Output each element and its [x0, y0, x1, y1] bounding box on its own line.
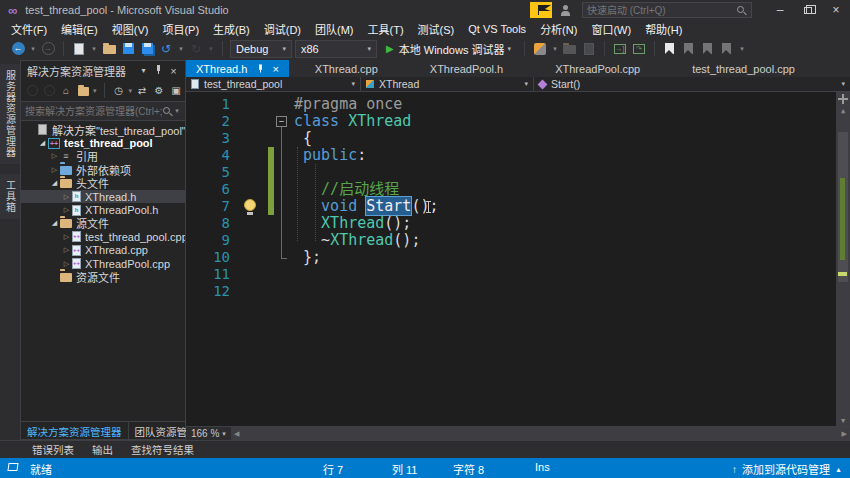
code-line-1[interactable]: 1#pragma once — [186, 96, 836, 113]
menu-item-12[interactable]: 帮助(H) — [638, 20, 689, 38]
panel-tab-0[interactable]: 解决方案资源管理器 — [21, 422, 129, 439]
scroll-up-icon[interactable]: ▲ — [841, 106, 845, 116]
project-dropdown[interactable]: test_thread_pool ▾ — [186, 77, 361, 91]
horizontal-scrollbar[interactable]: ◀ ▶ — [231, 427, 850, 440]
break-all-icon[interactable] — [562, 41, 578, 57]
code-line-12[interactable]: 12 — [186, 283, 836, 300]
tree-item[interactable]: ▷++XThread.cpp — [21, 244, 185, 257]
expanded-arrow-icon[interactable]: ◢ — [49, 179, 60, 187]
redo-dropdown-icon[interactable]: ▾ — [207, 45, 215, 53]
code-line-4[interactable]: 4 public: — [186, 147, 836, 164]
split-editor-handle-icon[interactable] — [838, 94, 848, 104]
undo-icon[interactable]: ↺ — [158, 41, 174, 57]
filter-dropdown-icon[interactable]: ▾ — [129, 87, 133, 95]
member-dropdown[interactable]: Start() ▾ — [534, 77, 850, 91]
tree-item[interactable]: 解决方案"test_thread_pool"(1 个项目) — [21, 123, 185, 136]
code-line-8[interactable]: 8 XThread(); — [186, 215, 836, 232]
previous-bookmark-icon[interactable] — [681, 41, 697, 57]
menu-item-4[interactable]: 生成(B) — [206, 20, 257, 38]
scroll-right-icon[interactable]: ▶ — [842, 430, 847, 438]
restore-button[interactable] — [794, 1, 822, 19]
navigate-forward-icon[interactable]: → — [40, 41, 56, 57]
notifications-flag-button[interactable] — [530, 2, 552, 18]
scroll-down-icon[interactable]: ▼ — [841, 416, 845, 426]
menu-item-1[interactable]: 编辑(E) — [54, 20, 105, 38]
minimize-button[interactable]: – — [766, 1, 794, 19]
bookmark-icon[interactable] — [662, 41, 678, 57]
collapsed-arrow-icon[interactable]: ▷ — [61, 193, 72, 201]
window-position-icon[interactable]: ▾ — [136, 66, 151, 75]
code-editor[interactable]: 1#pragma once2class XThread3 {4 public:5… — [186, 92, 850, 426]
menu-item-10[interactable]: 分析(N) — [533, 20, 584, 38]
new-file-dropdown-icon[interactable]: ▾ — [90, 45, 98, 53]
close-icon[interactable]: × — [272, 63, 278, 75]
code-line-7[interactable]: 7 void Start(); — [186, 198, 836, 215]
collapsed-arrow-icon[interactable]: ▷ — [61, 206, 72, 214]
expanded-arrow-icon[interactable]: ◢ — [49, 219, 60, 227]
home-icon[interactable]: ⌂ — [59, 84, 73, 98]
menu-item-6[interactable]: 团队(M) — [308, 20, 361, 38]
solution-search-input[interactable] — [25, 106, 162, 117]
editor-tab-3[interactable]: XThreadPool.cpp — [529, 60, 666, 77]
next-bookmark-icon[interactable] — [700, 41, 716, 57]
switch-views-icon[interactable] — [76, 84, 90, 98]
pending-changes-filter-icon[interactable]: ◷ — [112, 84, 126, 98]
tree-item[interactable]: ▷hXThread.h — [21, 190, 185, 203]
expanded-arrow-icon[interactable]: ◢ — [37, 139, 48, 147]
collapsed-arrow-icon[interactable]: ▷ — [61, 246, 72, 254]
side-tab-1[interactable]: 工具箱 — [0, 174, 21, 219]
bottom-tab-0[interactable]: 错误列表 — [24, 440, 82, 459]
feedback-icon[interactable] — [560, 5, 572, 16]
forward-icon[interactable]: → — [42, 84, 56, 98]
zoom-dropdown[interactable]: 166 % ▾ — [186, 427, 231, 440]
bottom-tab-1[interactable]: 输出 — [84, 440, 121, 459]
intellitrace-dropdown-icon[interactable]: ▾ — [551, 45, 559, 53]
solution-search-box[interactable]: ▾ — [21, 102, 185, 121]
add-to-source-control-button[interactable]: ↑ 添加到源代码管理 ▲ — [732, 461, 842, 477]
tree-item[interactable]: 资源文件 — [21, 270, 185, 283]
restart-icon[interactable] — [581, 41, 597, 57]
code-line-10[interactable]: 10 }; — [186, 249, 836, 266]
collapsed-arrow-icon[interactable]: ▷ — [49, 166, 60, 174]
bottom-tab-2[interactable]: 查找符号结果 — [123, 440, 202, 459]
menu-item-8[interactable]: 测试(S) — [411, 20, 462, 38]
tree-item[interactable]: ◢++test_thread_pool — [21, 136, 185, 149]
menu-item-0[interactable]: 文件(F) — [4, 20, 54, 38]
save-icon[interactable] — [120, 41, 136, 57]
preview-selected-items-icon[interactable]: ▣ — [169, 84, 183, 98]
switch-views-dropdown-icon[interactable]: ▾ — [93, 87, 97, 95]
editor-tab-4[interactable]: test_thread_pool.cpp — [666, 60, 821, 77]
code-line-6[interactable]: 6 //启动线程 — [186, 181, 836, 198]
collapsed-arrow-icon[interactable]: ▷ — [61, 233, 72, 241]
collapsed-arrow-icon[interactable]: ▷ — [61, 260, 72, 268]
pin-icon[interactable] — [151, 64, 166, 77]
properties-icon[interactable]: ⚙ — [152, 84, 166, 98]
menu-item-3[interactable]: 项目(P) — [155, 20, 206, 38]
code-line-5[interactable]: 5 — [186, 164, 836, 181]
side-tab-0[interactable]: 服务器资源管理器 — [0, 64, 21, 164]
start-debugging-button[interactable]: ▶ 本地 Windows 调试器 ▾ — [380, 40, 517, 58]
new-file-icon[interactable] — [71, 41, 87, 57]
tree-item[interactable]: ◢源文件 — [21, 217, 185, 230]
search-options-icon[interactable]: ▾ — [173, 107, 181, 115]
redo-icon[interactable]: ↻ — [188, 41, 204, 57]
quick-launch-input[interactable] — [587, 5, 736, 16]
step-into-icon[interactable]: ↷ — [631, 41, 647, 57]
menu-item-11[interactable]: 窗口(W) — [584, 20, 638, 38]
pin-icon[interactable] — [257, 64, 265, 74]
scrollbar-track[interactable] — [836, 116, 850, 416]
code-line-11[interactable]: 11 — [186, 266, 836, 283]
toolbar-overflow-icon[interactable]: ▾ — [738, 45, 746, 53]
tree-item[interactable]: ◢头文件 — [21, 177, 185, 190]
collapsed-arrow-icon[interactable]: ▷ — [49, 152, 60, 160]
menu-item-9[interactable]: Qt VS Tools — [461, 22, 533, 36]
type-dropdown[interactable]: XThread ▾ — [361, 77, 534, 91]
close-button[interactable]: × — [822, 1, 850, 19]
menu-item-2[interactable]: 视图(V) — [105, 20, 156, 38]
tree-item[interactable]: ▷++test_thread_pool.cpp — [21, 230, 185, 243]
menu-item-7[interactable]: 工具(T) — [361, 20, 411, 38]
menu-item-5[interactable]: 调试(D) — [257, 20, 308, 38]
back-icon[interactable]: ← — [25, 84, 39, 98]
navigate-back-icon[interactable]: ← — [10, 41, 26, 57]
close-icon[interactable]: × — [166, 65, 181, 77]
